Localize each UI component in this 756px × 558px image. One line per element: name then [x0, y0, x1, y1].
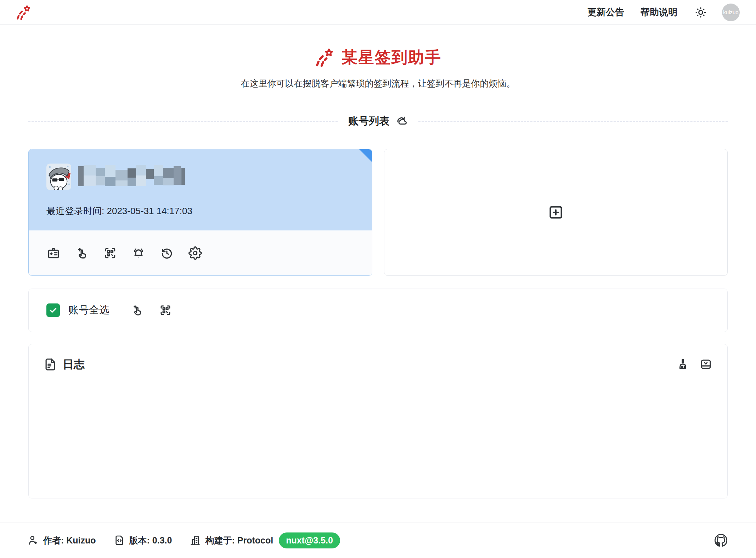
log-actions [676, 358, 712, 371]
gear-icon[interactable] [188, 246, 202, 260]
nav-link-announcements[interactable]: 更新公告 [587, 6, 624, 18]
log-title: 日志 [63, 357, 85, 372]
account-card-toolbar [29, 230, 372, 275]
account-card-main: 最近登录时间: 2023-05-31 14:17:03 [29, 149, 372, 230]
building-icon [190, 535, 201, 546]
hand-click-icon[interactable] [75, 246, 89, 260]
id-card-add-icon[interactable] [47, 246, 60, 260]
page-title: 某星签到助手 [342, 47, 441, 68]
navbar: 更新公告 帮助说明 kuizuo [0, 0, 756, 25]
github-icon[interactable] [713, 533, 728, 548]
archive-box-icon[interactable] [699, 358, 712, 371]
plus-square-icon [547, 204, 564, 221]
file-text-icon [44, 358, 57, 371]
broom-clear-icon[interactable] [676, 358, 689, 371]
hand-click-all-icon[interactable] [131, 304, 143, 317]
footer-build: 构建于: Protocol [190, 535, 273, 546]
account-list-title: 账号列表 [348, 114, 389, 128]
history-icon[interactable] [160, 246, 174, 260]
footer-version: 版本: 0.3.0 [114, 535, 172, 546]
account-cards-grid: 最近登录时间: 2023-05-31 14:17:03 [28, 149, 728, 276]
qr-scan-icon[interactable] [103, 246, 117, 260]
shooting-star-logo-icon[interactable] [16, 4, 32, 21]
selected-corner-mark [359, 149, 372, 162]
nav-link-help[interactable]: 帮助说明 [641, 6, 677, 18]
user-avatar[interactable]: kuizuo [722, 4, 740, 21]
theme-toggle-button[interactable] [694, 6, 707, 19]
select-all-bar: 账号全选 [28, 289, 728, 332]
check-icon [48, 305, 58, 315]
select-all-checkbox[interactable] [46, 303, 60, 317]
page-subtitle: 在这里你可以在摆脱客户端繁琐的签到流程，让签到不再是你的烦恼。 [0, 78, 756, 89]
add-account-card[interactable] [384, 149, 728, 276]
account-list-divider: 账号列表 [28, 114, 728, 128]
last-login-time: 最近登录时间: 2023-05-31 14:17:03 [46, 205, 356, 217]
bell-icon[interactable] [132, 246, 145, 260]
app-page: 更新公告 帮助说明 kuizuo 某星签到助手 在这里你可以在摆脱客户端繁琐的签… [0, 0, 756, 558]
footer-author: 作者: Kuizuo [28, 535, 96, 546]
nuxt-version-badge: nuxt@3.5.0 [279, 532, 340, 548]
shooting-star-icon [315, 47, 335, 68]
log-header: 日志 [44, 357, 712, 372]
file-code-icon [114, 535, 125, 546]
sun-icon [694, 6, 707, 19]
log-panel: 日志 [28, 344, 728, 498]
hero: 某星签到助手 在这里你可以在摆脱客户端繁琐的签到流程，让签到不再是你的烦恼。 [0, 47, 756, 89]
select-all-label: 账号全选 [68, 303, 109, 317]
log-body [44, 372, 712, 485]
account-name-censored [78, 165, 188, 188]
qr-scan-all-icon[interactable] [159, 304, 172, 317]
page-footer: 作者: Kuizuo 版本: 0.3.0 构建于: Protocol nuxt@… [0, 523, 756, 558]
account-card[interactable]: 最近登录时间: 2023-05-31 14:17:03 [28, 149, 372, 276]
person-star-icon [28, 535, 39, 546]
cloud-sync-icon[interactable] [395, 115, 408, 128]
account-avatar [46, 163, 71, 190]
